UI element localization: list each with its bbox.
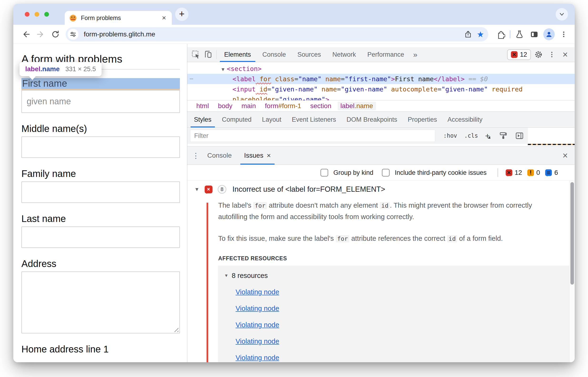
devtools-tab-performance[interactable]: Performance <box>362 47 410 62</box>
sidebar-tab-computed[interactable]: Computed <box>217 112 257 127</box>
breadcrumb-item-section[interactable]: section <box>307 102 334 110</box>
sidebar-tab-dom-breakpoints[interactable]: DOM Breakpoints <box>341 112 402 127</box>
drawer-menu-button[interactable]: ⋮ <box>191 146 201 165</box>
close-issues-tab-icon[interactable]: × <box>267 152 271 159</box>
scrollbar-thumb[interactable] <box>570 182 574 285</box>
web-page: A form with problems First name Middle n… <box>13 44 187 362</box>
site-info-button[interactable] <box>68 29 79 40</box>
field-input[interactable] <box>22 136 180 158</box>
field-textarea[interactable] <box>22 271 180 333</box>
sidebar-tab-accessibility[interactable]: Accessibility <box>442 112 487 127</box>
drawer-tab-issues[interactable]: Issues × <box>238 146 277 165</box>
issues-scrollbar[interactable] <box>569 181 575 362</box>
sidebar-tab-event-listeners[interactable]: Event Listeners <box>286 112 341 127</box>
tab-search-button[interactable] <box>556 8 568 21</box>
breadcrumb-item-form#form-1[interactable]: form#form-1 <box>262 102 304 110</box>
share-button[interactable] <box>463 29 474 40</box>
breadcrumb-item-html[interactable]: html <box>193 102 212 110</box>
code-token: <section> <box>227 65 261 72</box>
expand-triangle-icon[interactable]: ▼ <box>194 187 199 192</box>
resources-toggle[interactable]: ▼ 8 resources <box>224 272 573 280</box>
breadcrumb-item-main[interactable]: main <box>239 102 259 110</box>
sidebar-tab-styles[interactable]: Styles <box>189 112 217 127</box>
back-button[interactable] <box>21 29 31 40</box>
field-input[interactable] <box>22 226 180 248</box>
new-style-rule-button[interactable]: + <box>485 132 492 140</box>
code-token: "given-name" <box>441 85 488 93</box>
field-input[interactable] <box>22 181 180 203</box>
dom-tree-line[interactable]: ▼<section> <box>187 64 575 74</box>
rendering-emulation-button[interactable] <box>499 131 508 140</box>
extensions-button[interactable] <box>495 29 506 40</box>
group-by-kind-checkbox[interactable] <box>320 169 328 177</box>
elements-tree[interactable]: ▼<section>⋯<label for class="name" name=… <box>187 62 575 100</box>
device-toolbar-button[interactable] <box>202 47 215 62</box>
zoom-window-button[interactable] <box>44 12 49 17</box>
description-text: attribute references the correct <box>349 235 447 242</box>
devtools-tab-console[interactable]: Console <box>257 47 292 62</box>
violating-node-link[interactable]: Violating node <box>236 321 279 329</box>
styles-filter-input[interactable] <box>190 130 435 142</box>
more-tabs-button[interactable]: » <box>410 47 421 62</box>
drawer-close-button[interactable]: × <box>559 150 571 161</box>
url-bar[interactable]: form-problems.glitch.me ★ <box>66 27 488 41</box>
bookmark-button[interactable]: ★ <box>475 29 486 40</box>
star-icon: ★ <box>477 30 484 38</box>
crumb-tag: section <box>310 102 331 110</box>
browser-tab[interactable]: Form problems × <box>65 11 172 25</box>
inspect-element-button[interactable] <box>190 47 202 62</box>
violating-node-link[interactable]: Violating node <box>236 338 279 345</box>
reload-button[interactable] <box>50 29 61 40</box>
sidebar-tab-properties[interactable]: Properties <box>402 112 442 127</box>
tabbar-separator <box>216 50 216 59</box>
new-tab-button[interactable]: + <box>175 8 189 21</box>
devtools-tab-elements[interactable]: Elements <box>218 47 257 62</box>
third-party-checkbox[interactable] <box>382 169 390 177</box>
browser-window: Form problems × + <box>13 4 575 362</box>
sidebar-tab-layout[interactable]: Layout <box>257 112 286 127</box>
inline-code: id <box>380 202 390 209</box>
counts-separator <box>498 168 498 177</box>
minimize-window-button[interactable] <box>34 12 39 17</box>
issues-count-button[interactable]: × 12 <box>507 49 531 60</box>
warning-count-badge: ! 0 <box>527 169 540 177</box>
code-token: id <box>256 85 268 93</box>
devtools-tab-sources[interactable]: Sources <box>292 47 327 62</box>
profile-button[interactable] <box>543 29 555 40</box>
side-panel-button[interactable] <box>529 29 540 40</box>
close-window-button[interactable] <box>25 12 30 17</box>
expand-triangle-icon: ▼ <box>224 273 228 278</box>
dom-tree-line[interactable]: ⋯<label for class="name" name="first-nam… <box>187 74 575 84</box>
violating-node-link[interactable]: Violating node <box>236 305 279 312</box>
devtools-menu-button[interactable] <box>546 49 557 60</box>
violating-node-link[interactable]: Violating node <box>236 354 279 362</box>
open-sidebar-button[interactable] <box>515 131 524 140</box>
drag-divider[interactable] <box>528 144 575 145</box>
issue-header[interactable]: ▼ × 8 Incorrect use of <label for=FORM_E… <box>187 181 575 194</box>
toggle-classes-button[interactable]: .cls <box>464 132 478 139</box>
devtools-settings-button[interactable] <box>533 49 544 60</box>
dom-tree-line[interactable]: <input id="given-name" name="given-name"… <box>187 84 575 94</box>
line-gutter-icon[interactable]: ⋯ <box>190 74 193 84</box>
tab-close-icon[interactable]: × <box>160 14 168 22</box>
forward-button[interactable] <box>35 29 46 40</box>
devtools-tab-network[interactable]: Network <box>327 47 362 62</box>
experiments-button[interactable] <box>514 29 525 40</box>
breadcrumb-item-body[interactable]: body <box>215 102 235 110</box>
url-text[interactable]: form-problems.glitch.me <box>84 31 461 38</box>
breadcrumb-item-label.name[interactable]: label.name <box>338 102 376 110</box>
drawer-tab-console[interactable]: Console <box>201 146 238 165</box>
plus-icon: + <box>179 9 184 19</box>
browser-menu-button[interactable] <box>558 29 569 40</box>
toggle-hover-state-button[interactable]: :hov <box>443 132 457 139</box>
tooltip-selector-tag: label <box>25 65 40 73</box>
given-name-input[interactable] <box>22 90 180 113</box>
devtools-close-button[interactable]: × <box>559 49 571 60</box>
styles-pane-placeholder <box>528 128 575 145</box>
devtools-bar-actions: × 12 × <box>507 47 575 62</box>
resources-count-label: 8 resources <box>232 272 268 280</box>
violating-node-link[interactable]: Violating node <box>236 288 279 296</box>
code-token: $0 <box>480 75 488 83</box>
dom-tree-line[interactable]: placeholder="given-name"> <box>187 94 575 100</box>
inspected-label-highlight[interactable]: First name <box>22 78 180 89</box>
